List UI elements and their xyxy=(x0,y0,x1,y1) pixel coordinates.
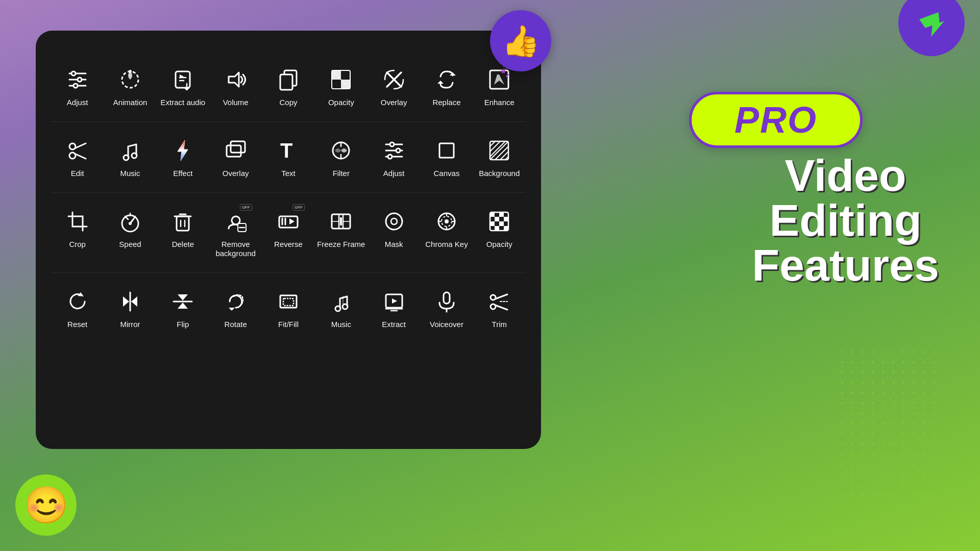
tools-panel: Adjust Animation xyxy=(36,31,541,449)
tool-overlay1[interactable]: Overlay xyxy=(368,61,420,111)
svg-rect-85 xyxy=(490,212,495,217)
svg-rect-35 xyxy=(231,141,245,153)
tool-effect[interactable]: Effect xyxy=(157,132,209,182)
dot-grid-decoration xyxy=(837,347,939,500)
tool-adjust1[interactable]: Adjust xyxy=(51,61,104,111)
tool-filter-label: Filter xyxy=(333,169,350,178)
tool-trim[interactable]: Trim xyxy=(473,283,526,333)
svg-line-112 xyxy=(495,294,507,299)
tool-enhance-label: Enhance xyxy=(484,98,514,107)
svg-point-29 xyxy=(124,155,129,160)
extract-audio-icon xyxy=(168,65,197,94)
flip-icon xyxy=(168,287,197,316)
tool-opacity1[interactable]: Opacity xyxy=(315,61,368,111)
animation-icon xyxy=(116,65,144,94)
smiley-icon: 😊 xyxy=(24,484,68,526)
tool-voiceover[interactable]: Voiceover xyxy=(420,283,473,333)
svg-marker-100 xyxy=(229,308,235,311)
tool-adjust2[interactable]: Adjust xyxy=(368,132,420,182)
svg-text:T: T xyxy=(280,139,292,162)
remove-bg-off-badge: OFF xyxy=(240,204,252,211)
tool-rotate-label: Rotate xyxy=(225,320,247,329)
overlay2-icon xyxy=(222,136,250,165)
svg-point-44 xyxy=(396,148,400,153)
tool-crop[interactable]: Crop xyxy=(51,203,104,253)
tool-filter[interactable]: Filter xyxy=(315,132,368,182)
tool-freeze-frame-label: Freeze Frame xyxy=(317,240,365,249)
effect-icon xyxy=(168,136,197,165)
canvas-icon xyxy=(432,136,461,165)
svg-marker-98 xyxy=(178,294,188,300)
tool-mirror-label: Mirror xyxy=(120,320,140,329)
tool-trim-label: Trim xyxy=(492,320,507,329)
tool-row-3: Crop Speed xyxy=(51,193,526,272)
tool-adjust2-label: Adjust xyxy=(383,169,405,178)
tool-text-label: Text xyxy=(281,169,296,178)
extract-icon xyxy=(380,287,408,316)
pro-badge: PRO xyxy=(689,92,863,148)
svg-point-76 xyxy=(391,218,397,224)
tool-mask-label: Mask xyxy=(385,240,403,249)
svg-rect-86 xyxy=(499,212,504,217)
speed-icon xyxy=(116,207,144,236)
tool-chroma-key-label: Chroma Key xyxy=(425,240,468,249)
svg-point-57 xyxy=(129,222,132,225)
tool-rotate[interactable]: Rotate xyxy=(209,283,262,333)
svg-marker-66 xyxy=(289,218,295,224)
svg-line-113 xyxy=(495,305,507,310)
tool-mirror[interactable]: Mirror xyxy=(104,283,156,333)
vef-line2: Editing xyxy=(752,198,939,243)
reverse-off-badge: OFF xyxy=(292,204,305,211)
tool-mask[interactable]: Mask xyxy=(368,203,420,253)
remove-bg-icon: OFF xyxy=(222,207,250,236)
sliders2-icon xyxy=(380,136,408,165)
svg-point-8 xyxy=(129,70,132,73)
tool-canvas[interactable]: Canvas xyxy=(420,132,473,182)
opacity2-icon xyxy=(485,207,513,236)
tool-music2[interactable]: Music xyxy=(315,283,368,333)
tool-copy-label: Copy xyxy=(279,98,297,107)
tool-delete-label: Delete xyxy=(172,240,194,249)
tool-remove-bg[interactable]: OFF Remove background xyxy=(209,203,262,262)
trim-icon xyxy=(485,287,513,316)
text-icon: T xyxy=(274,136,303,165)
tool-voiceover-label: Voiceover xyxy=(430,320,463,329)
opacity1-icon xyxy=(327,65,355,94)
tool-reset[interactable]: Reset xyxy=(51,283,104,333)
tool-reset-label: Reset xyxy=(67,320,87,329)
tool-speed[interactable]: Speed xyxy=(104,203,156,253)
tool-canvas-label: Canvas xyxy=(434,169,460,178)
tool-flip[interactable]: Flip xyxy=(157,283,209,333)
tool-crop-label: Crop xyxy=(69,240,86,249)
tool-freeze-frame[interactable]: Freeze Frame xyxy=(315,203,368,253)
reverse-icon: OFF xyxy=(274,207,303,236)
tool-animation[interactable]: Animation xyxy=(104,61,156,111)
tool-extract[interactable]: Extract xyxy=(368,283,420,333)
edit-icon xyxy=(63,136,92,165)
tool-overlay2[interactable]: Overlay xyxy=(209,132,262,182)
svg-rect-90 xyxy=(499,221,504,226)
tool-copy[interactable]: Copy xyxy=(262,61,314,111)
tool-chroma-key[interactable]: Chroma Key xyxy=(420,203,473,253)
tool-music1[interactable]: Music xyxy=(104,132,156,182)
tool-opacity2[interactable]: Opacity xyxy=(473,203,526,253)
svg-rect-102 xyxy=(283,298,293,306)
volume-icon xyxy=(222,65,250,94)
svg-line-49 xyxy=(490,141,500,152)
svg-rect-89 xyxy=(490,221,495,226)
copy-icon xyxy=(274,65,303,94)
tool-edit[interactable]: Edit xyxy=(51,132,104,182)
tool-reverse[interactable]: OFF Reverse xyxy=(262,203,314,253)
enhance-icon: OFF xyxy=(485,65,513,94)
tool-replace[interactable]: Replace xyxy=(420,61,473,111)
svg-point-75 xyxy=(386,213,402,230)
tool-volume[interactable]: Volume xyxy=(209,61,262,111)
tool-fit-fill[interactable]: Fit/Fill xyxy=(262,283,314,333)
tool-extract-audio[interactable]: Extract audio xyxy=(157,61,209,111)
svg-marker-106 xyxy=(392,298,397,304)
tool-row-2: Edit Music xyxy=(51,122,526,192)
tool-text[interactable]: T Text xyxy=(262,132,314,182)
tool-background[interactable]: Background xyxy=(473,132,526,182)
smiley-circle: 😊 xyxy=(15,474,77,536)
tool-delete[interactable]: Delete xyxy=(157,203,209,253)
